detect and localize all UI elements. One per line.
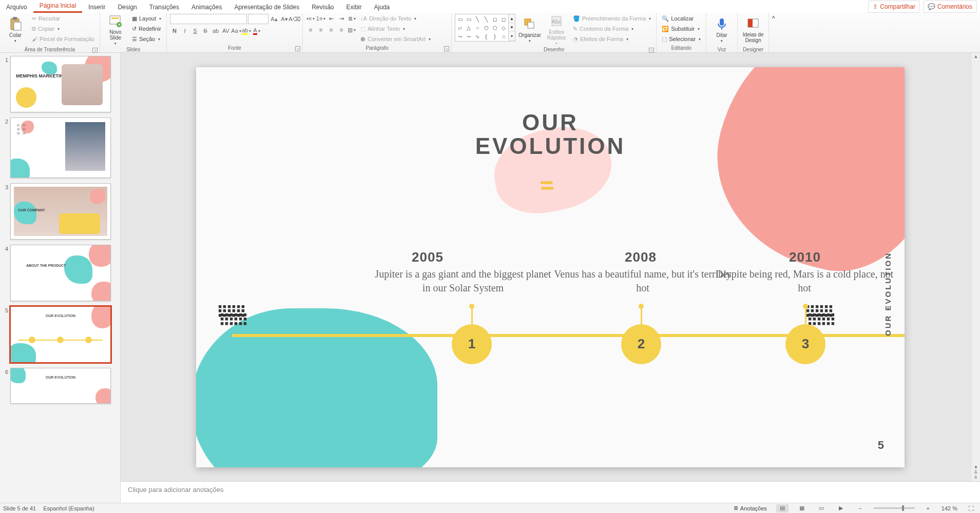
columns-button[interactable]: ▥	[347, 25, 356, 34]
status-notes-button[interactable]: ≣Anotações	[732, 504, 769, 513]
prev-slide-icon[interactable]: ≛	[974, 470, 978, 475]
slide-thumb-3[interactable]: OUR COMPANY	[10, 183, 111, 240]
bullets-button[interactable]: •≡	[306, 14, 315, 23]
zoom-slider[interactable]	[874, 507, 915, 509]
clipboard-dialog-launcher[interactable]: ↘	[92, 48, 98, 53]
paste-button[interactable]: Colar▾	[3, 14, 28, 46]
gallery-more[interactable]: ▾	[509, 32, 515, 41]
view-slideshow-button[interactable]: ▶	[835, 504, 847, 512]
strike-button[interactable]: S	[201, 26, 210, 35]
slide-thumb-1[interactable]: MEMPHIS MARKETING PLAN	[10, 56, 111, 112]
view-normal-button[interactable]: ▤	[776, 504, 789, 512]
slide-thumb-5[interactable]: OUR EVOLUTION	[10, 306, 111, 363]
slide-thumb-2[interactable]: 01 0203 0405 06	[10, 117, 111, 178]
convert-smartart-button[interactable]: ⬢Converter em SmartArt	[358, 34, 433, 44]
timeline-desc-3[interactable]: Despite being red, Mars is a cold place,…	[712, 267, 897, 295]
scroll-down-icon[interactable]: ▼	[974, 465, 978, 470]
tab-transitions[interactable]: Transições	[143, 2, 185, 13]
timeline-circle-1[interactable]: 1	[452, 324, 492, 364]
line-spacing-button[interactable]: ≣	[347, 14, 356, 23]
timeline-year-3[interactable]: 2010	[789, 249, 821, 265]
fit-to-window-button[interactable]: ⛶	[965, 504, 977, 512]
shadow-button[interactable]: ab	[211, 26, 220, 35]
vertical-scrollbar[interactable]: ▲ ▼ ≛ ≛	[972, 53, 980, 481]
clear-formatting-button[interactable]: A⌫	[290, 14, 299, 24]
comments-button[interactable]: 💬Comentários	[923, 1, 977, 13]
text-direction-button[interactable]: ↕ADireção do Texto	[358, 14, 433, 23]
scroll-up-icon[interactable]: ▲	[974, 54, 978, 59]
design-ideas-button[interactable]: Ideias de Design	[741, 14, 765, 46]
format-painter-button[interactable]: 🖌Pincel de Formatação	[30, 34, 97, 44]
share-button[interactable]: ⇪Compartilhar	[868, 1, 920, 13]
tab-slideshow[interactable]: Apresentação de Slides	[228, 2, 305, 13]
align-left-button[interactable]: ≡	[306, 25, 315, 34]
highlight-button[interactable]: ab	[242, 26, 251, 35]
arrange-button[interactable]: Organizar▾	[517, 14, 542, 46]
font-dialog-launcher[interactable]: ↘	[295, 46, 300, 51]
notes-pane[interactable]: Clique para adicionar anotações	[121, 481, 980, 503]
justify-button[interactable]: ≡	[337, 25, 346, 34]
timeline-circle-2[interactable]: 2	[621, 324, 661, 364]
tab-file[interactable]: Arquivo	[0, 2, 33, 13]
shape-effects-button[interactable]: ◔Efeitos de Forma	[571, 34, 653, 44]
section-button[interactable]: ☰Seção	[130, 34, 163, 44]
timeline-desc-2[interactable]: Venus has a beautiful name, but it's ter…	[550, 267, 735, 295]
dictate-button[interactable]: Ditar▾	[709, 14, 734, 46]
find-button[interactable]: 🔍Localizar	[660, 14, 703, 23]
thumbnail-pane[interactable]: 1 MEMPHIS MARKETING PLAN 2 01 0203 0405 …	[0, 53, 121, 503]
increase-font-button[interactable]: A▴	[270, 14, 279, 24]
reset-button[interactable]: ↺Redefinir	[130, 24, 163, 33]
next-slide-icon[interactable]: ≛	[974, 475, 978, 480]
cut-button[interactable]: ✂Recortar	[30, 14, 97, 23]
side-label[interactable]: OUR EVOLUTION	[883, 252, 892, 336]
zoom-level[interactable]: 142 %	[941, 505, 957, 511]
font-color-button[interactable]: A	[252, 26, 261, 35]
align-center-button[interactable]: ≡	[316, 25, 325, 34]
font-name-input[interactable]	[170, 14, 247, 24]
tab-home[interactable]: Página Inicial	[33, 0, 82, 13]
paragraph-dialog-launcher[interactable]: ↘	[444, 46, 449, 51]
tab-review[interactable]: Revisão	[305, 2, 340, 13]
increase-indent-button[interactable]: ⇥	[337, 14, 346, 23]
char-spacing-button[interactable]: AV	[221, 26, 230, 35]
new-slide-button[interactable]: ✶ Novo Slide▾	[103, 14, 128, 46]
replace-button[interactable]: 🔁Substituir	[660, 24, 703, 33]
view-sorter-button[interactable]: ▦	[796, 504, 808, 512]
gallery-up[interactable]: ▲	[509, 14, 515, 23]
collapse-ribbon-button[interactable]: ^	[768, 13, 778, 52]
view-reading-button[interactable]: ▭	[815, 504, 828, 512]
underline-button[interactable]: S	[190, 26, 200, 35]
slide-thumb-4[interactable]: ABOUT THE PRODUCT	[10, 245, 111, 301]
copy-button[interactable]: ⧉Copiar	[30, 24, 97, 33]
shapes-gallery[interactable]: ▭▭╲╲◻◻ ▱△○⬡⬠◇ ⤳⤳∿{}☆	[455, 14, 509, 42]
gallery-down[interactable]: ▼	[509, 23, 515, 32]
change-case-button[interactable]: Aa	[232, 26, 241, 35]
timeline-year-2[interactable]: 2008	[625, 249, 657, 265]
numbering-button[interactable]: 1≡	[316, 14, 325, 23]
italic-button[interactable]: I	[180, 26, 189, 35]
align-text-button[interactable]: ⬚Alinhar Texto	[358, 24, 433, 33]
shape-outline-button[interactable]: ✎Contorno da Forma	[571, 24, 653, 33]
tab-design[interactable]: Design	[111, 2, 143, 13]
decrease-indent-button[interactable]: ⇤	[326, 14, 336, 23]
zoom-out-button[interactable]: −	[854, 504, 867, 512]
slide-canvas[interactable]: ⠿⠿⠿ ⠿⠿⠿ ⠿⠿⠿ ⠿⠿⠿ • • • • • • • • • • OURE…	[196, 67, 905, 467]
decrease-font-button[interactable]: A▾	[280, 14, 289, 24]
tab-animations[interactable]: Animações	[185, 2, 228, 13]
tab-insert[interactable]: Inserir	[82, 2, 111, 13]
layout-button[interactable]: ▦Layout	[130, 14, 163, 23]
tab-view[interactable]: Exibir	[340, 2, 368, 13]
font-size-input[interactable]	[248, 14, 268, 24]
bold-button[interactable]: N	[170, 26, 179, 35]
align-right-button[interactable]: ≡	[326, 25, 336, 34]
timeline-circle-3[interactable]: 3	[785, 324, 825, 364]
select-button[interactable]: ⬚Selecionar	[660, 34, 703, 44]
status-language[interactable]: Espanhol (Espanha)	[43, 505, 94, 511]
slide-thumb-6[interactable]: OUR EVOLUTION	[10, 368, 111, 404]
timeline-desc-1[interactable]: Jupiter is a gas giant and the biggest p…	[371, 267, 555, 295]
timeline-year-1[interactable]: 2005	[412, 249, 444, 265]
quick-styles-button[interactable]: Abc Estilos Rápidos▾	[544, 14, 569, 46]
slide-title[interactable]: OUREVOLUTION	[196, 111, 905, 158]
drawing-dialog-launcher[interactable]: ↘	[649, 48, 654, 53]
shape-fill-button[interactable]: 🪣Preenchimento da Forma	[571, 14, 653, 23]
